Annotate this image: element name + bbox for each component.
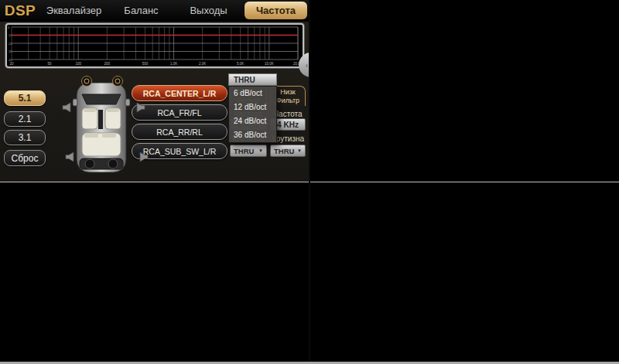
svg-text:100: 100 — [75, 62, 81, 66]
chevron-down-icon: ▼ — [297, 148, 302, 153]
speaker-icon — [138, 151, 149, 162]
speaker-icon — [135, 102, 145, 113]
slope-dropdown-selected[interactable]: THRU — [228, 73, 277, 86]
slope-dropdown-open: THRU 6 dB/oct12 dB/oct24 dB/oct36 dB/oct — [228, 73, 277, 143]
svg-text:200: 200 — [104, 62, 111, 66]
mode-button-3-1[interactable]: 3.1 — [4, 130, 46, 145]
tab-balance[interactable]: Баланс — [110, 2, 173, 19]
screen-divider — [309, 0, 310, 364]
svg-text:-20: -20 — [8, 42, 13, 46]
svg-text:50: 50 — [48, 62, 53, 66]
frequency-reset-button[interactable]: Сброс — [4, 150, 46, 166]
dropdown-option[interactable]: 6 dB/oct — [229, 87, 276, 100]
car-top-view — [73, 80, 130, 175]
slope-select[interactable]: THRU▼ — [230, 145, 267, 157]
dropdown-option[interactable]: 12 dB/oct — [229, 100, 276, 114]
dropdown-option[interactable]: 24 dB/oct — [229, 114, 276, 128]
svg-text:500: 500 — [142, 62, 149, 66]
rca-button-3[interactable]: RCA_RR/RL — [132, 124, 227, 140]
svg-text:20: 20 — [9, 62, 14, 66]
svg-text:2.0K: 2.0K — [199, 62, 206, 66]
svg-text:-30: -30 — [8, 49, 13, 53]
chevron-down-icon: ▼ — [258, 148, 263, 153]
dsp-logo: DSP — [0, 2, 40, 19]
mode-button-5-1[interactable]: 5.1 — [4, 90, 46, 106]
rca-button-2[interactable]: RCA_FR/FL — [132, 104, 227, 121]
svg-text:1.0K: 1.0K — [170, 62, 177, 66]
rca-button-1[interactable]: RCA_CENTER_L/R — [132, 85, 227, 101]
mode-button-2-1[interactable]: 2.1 — [4, 111, 46, 127]
slope-select-value: THRU — [274, 147, 294, 155]
crossover-response-graph: 0-10-20-30-4020501002005001.0K2.0K5.0K10… — [5, 23, 304, 68]
frequency-screen: DSP ЭквалайзерБалансВыходыЧастота 0-10-2… — [0, 0, 310, 182]
tweeter-icon — [111, 75, 122, 86]
svg-text:10.0K: 10.0K — [265, 62, 274, 66]
dsp-four-screens: DSP ЭквалайзерБалансВыходыЧастота 151050… — [0, 0, 619, 364]
dropdown-option[interactable]: 36 dB/oct — [229, 128, 276, 142]
speaker-icon — [62, 102, 73, 113]
header-bar: DSP ЭквалайзерБалансВыходыЧастота — [0, 0, 310, 22]
speaker-icon — [65, 151, 76, 162]
tab-equalizer[interactable]: Эквалайзер — [43, 2, 105, 19]
tweeter-icon — [80, 75, 91, 86]
svg-text:0: 0 — [8, 26, 10, 29]
tab-bar: ЭквалайзерБалансВыходыЧастота — [40, 0, 310, 21]
svg-text:-40: -40 — [8, 58, 13, 62]
slope-select-value: THRU — [234, 147, 254, 155]
slope-dropdown-list: 6 dB/oct12 dB/oct24 dB/oct36 dB/oct — [228, 86, 277, 143]
svg-text:5.0K: 5.0K — [237, 62, 244, 66]
slope-select[interactable]: THRU▼ — [270, 145, 306, 157]
tab-frequency[interactable]: Частота — [245, 2, 307, 19]
tab-outputs[interactable]: Выходы — [177, 2, 240, 19]
